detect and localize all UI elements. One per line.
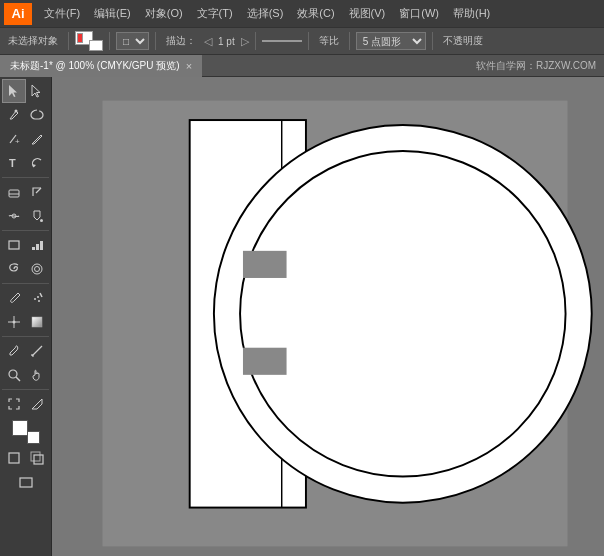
brush-size-select[interactable]: 5 点圆形	[356, 32, 426, 50]
svg-point-26	[9, 370, 17, 378]
rotate-tool[interactable]	[26, 151, 50, 175]
svg-rect-12	[36, 244, 39, 250]
drawing-mode-normal[interactable]	[2, 446, 26, 470]
rectangle-tool[interactable]	[2, 233, 26, 257]
tab-bar: 未标题-1* @ 100% (CMYK/GPU 预览) × 软件自学网：RJZX…	[0, 55, 604, 77]
svg-marker-0	[9, 85, 17, 97]
svg-rect-22	[32, 317, 42, 327]
screen-mode-button[interactable]	[2, 470, 49, 494]
menu-text[interactable]: 文字(T)	[191, 4, 239, 23]
svg-point-9	[40, 219, 43, 222]
menu-bar: Ai 文件(F) 编辑(E) 对象(O) 文字(T) 选择(S) 效果(C) 视…	[0, 0, 604, 27]
lasso-tool[interactable]	[26, 103, 50, 127]
svg-point-2	[14, 110, 17, 113]
svg-rect-39	[243, 348, 287, 375]
svg-rect-13	[40, 241, 43, 250]
svg-point-17	[37, 296, 39, 298]
scale-tool[interactable]	[26, 180, 50, 204]
menu-view[interactable]: 视图(V)	[343, 4, 392, 23]
toolbar-separator-4	[255, 32, 256, 50]
stroke-preview	[262, 40, 302, 42]
svg-rect-31	[34, 455, 43, 464]
hand-tool[interactable]	[26, 363, 50, 387]
tab-close-button[interactable]: ×	[186, 60, 192, 72]
toolbar-separator-1	[68, 32, 69, 50]
svg-rect-10	[9, 241, 19, 249]
app-logo: Ai	[4, 3, 32, 25]
eraser-tool[interactable]	[2, 180, 26, 204]
chart-tool[interactable]	[26, 233, 50, 257]
menu-file[interactable]: 文件(F)	[38, 4, 86, 23]
svg-line-27	[16, 377, 20, 381]
svg-marker-1	[32, 85, 40, 97]
pencil-tool[interactable]	[26, 127, 50, 151]
svg-text:T: T	[9, 157, 16, 169]
selection-tool[interactable]	[2, 79, 26, 103]
add-anchor-tool[interactable]: +	[2, 127, 26, 151]
zoom-tool[interactable]	[2, 363, 26, 387]
stroke-desc-label: 描边：	[162, 33, 200, 49]
direct-selection-tool[interactable]	[26, 79, 50, 103]
tools-panel: + T	[0, 77, 52, 556]
svg-rect-38	[243, 251, 287, 278]
artwork-svg	[66, 91, 604, 556]
toolbar: 未选择对象 □ 描边： ◁ 1 pt ▷ 等比 5 点圆形 不透明度	[0, 27, 604, 55]
svg-point-14	[32, 264, 42, 274]
stroke-width-area: ◁ 1 pt ▷	[204, 35, 249, 48]
site-info: 软件自学网：RJZXW.COM	[476, 59, 604, 73]
svg-point-21	[12, 321, 15, 324]
menu-select[interactable]: 选择(S)	[241, 4, 290, 23]
toolbar-separator-5	[308, 32, 309, 50]
slice-tool[interactable]	[26, 392, 50, 416]
opacity-label: 不透明度	[439, 33, 487, 49]
svg-line-23	[32, 346, 42, 356]
svg-point-18	[38, 300, 40, 302]
artboard-tool[interactable]	[2, 392, 26, 416]
mesh-tool[interactable]	[2, 310, 26, 334]
toolbar-separator-3	[155, 32, 156, 50]
svg-point-15	[35, 267, 40, 272]
paintbrush-tool[interactable]	[2, 286, 26, 310]
svg-text:+: +	[15, 137, 20, 146]
chevron-right-icon[interactable]: ▷	[241, 35, 249, 48]
toolbar-separator-6	[349, 32, 350, 50]
spiral-tool[interactable]	[2, 257, 26, 281]
menu-effect[interactable]: 效果(C)	[291, 4, 340, 23]
paintbucket-tool[interactable]	[26, 204, 50, 228]
warp-tool[interactable]	[2, 204, 26, 228]
menu-object[interactable]: 对象(O)	[139, 4, 189, 23]
fill-stroke-color[interactable]	[12, 420, 40, 444]
eyedropper-tool[interactable]	[2, 339, 26, 363]
chevron-left-icon[interactable]: ◁	[204, 35, 212, 48]
type-tool[interactable]: T	[2, 151, 26, 175]
menu-edit[interactable]: 编辑(E)	[88, 4, 137, 23]
stroke-label: 未选择对象	[4, 33, 62, 49]
toolbar-separator-7	[432, 32, 433, 50]
svg-point-37	[240, 151, 566, 477]
menu-window[interactable]: 窗口(W)	[393, 4, 445, 23]
stroke-width-value[interactable]: 1 pt	[214, 35, 239, 48]
gradient-tool[interactable]	[26, 310, 50, 334]
fill-color[interactable]	[75, 31, 103, 51]
symbol-spray-tool[interactable]	[26, 286, 50, 310]
main-area: + T	[0, 77, 604, 556]
ratio-label: 等比	[315, 33, 343, 49]
measure-tool[interactable]	[26, 339, 50, 363]
document-tab[interactable]: 未标题-1* @ 100% (CMYK/GPU 预览) ×	[0, 55, 202, 77]
svg-rect-11	[32, 247, 35, 250]
canvas-area[interactable]	[52, 77, 604, 556]
svg-rect-30	[31, 452, 40, 461]
tab-title-text: 未标题-1* @ 100% (CMYK/GPU 预览)	[10, 59, 180, 73]
svg-rect-29	[9, 453, 19, 463]
toolbar-separator-2	[109, 32, 110, 50]
menu-help[interactable]: 帮助(H)	[447, 4, 496, 23]
pen-tool[interactable]	[2, 103, 26, 127]
svg-point-16	[34, 298, 36, 300]
drawing-mode-behind[interactable]	[26, 446, 50, 470]
svg-marker-28	[32, 399, 42, 409]
stroke-style-select[interactable]: □	[116, 32, 149, 50]
radial-grid-tool[interactable]	[26, 257, 50, 281]
svg-rect-32	[20, 478, 32, 487]
